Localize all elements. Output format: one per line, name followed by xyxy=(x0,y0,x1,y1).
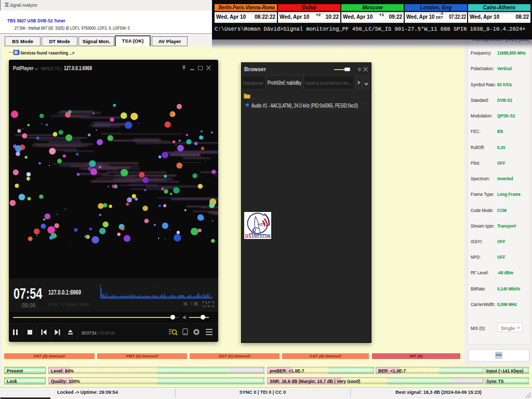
svg-text:SATCS.COM: SATCS.COM xyxy=(252,234,271,239)
svg-text:DX: DX xyxy=(245,234,252,239)
